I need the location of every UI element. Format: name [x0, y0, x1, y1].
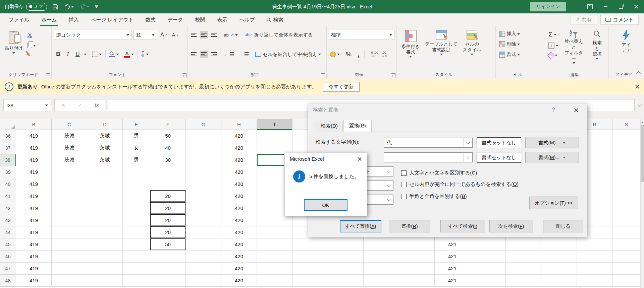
column-header-I[interactable]: I	[257, 119, 292, 130]
formula-bar-splitter[interactable]: ⋮	[49, 102, 50, 108]
cell-G44[interactable]	[186, 226, 221, 238]
cell-F42[interactable]: 20	[150, 202, 186, 214]
cell-K47[interactable]	[328, 263, 364, 275]
cell-G41[interactable]	[186, 190, 221, 202]
cell-I48[interactable]	[257, 275, 292, 287]
dialog-tab-0[interactable]: 検索(D)	[316, 121, 343, 131]
cell-I47[interactable]	[257, 263, 292, 275]
cell-C37[interactable]: 茨城	[52, 142, 87, 154]
align-right-button[interactable]	[210, 51, 218, 58]
insert-cells-button[interactable]: 挿入	[498, 30, 543, 38]
cell-Q46[interactable]	[541, 250, 577, 263]
cell-K46[interactable]	[328, 250, 364, 263]
save-button[interactable]	[52, 4, 59, 10]
insert-function-button[interactable]: fx	[95, 102, 99, 109]
options-button[interactable]: オプション(T) <<	[529, 197, 578, 209]
paste-button[interactable]: 貼り付け	[2, 29, 26, 70]
cell-S48[interactable]	[612, 275, 641, 287]
cell-N48[interactable]: 421	[435, 275, 470, 287]
cell-G48[interactable]	[186, 275, 221, 287]
message-dialog-close-button[interactable]	[358, 156, 362, 162]
number-dialog-launcher-icon[interactable]	[391, 73, 395, 77]
cut-button[interactable]	[26, 32, 37, 39]
ribbon-tab-7[interactable]: 表示	[211, 13, 233, 26]
cell-E42[interactable]	[123, 202, 150, 214]
cell-L46[interactable]	[364, 250, 399, 263]
cell-C44[interactable]	[52, 226, 87, 238]
cell-C43[interactable]	[52, 214, 87, 226]
cell-D48[interactable]	[87, 275, 123, 287]
replace-all-button[interactable]: すべて置換(A)	[340, 220, 381, 232]
row-header-39[interactable]: 39	[0, 166, 16, 178]
match-entire-cell-checkbox[interactable]: セル内容が完全に同一であるものを検索する(O)	[401, 181, 519, 188]
cell-C45[interactable]	[52, 238, 87, 250]
cell-J45[interactable]	[292, 238, 328, 250]
wrap-text-button[interactable]: ab↵ 折り返して全体を表示する	[243, 31, 314, 39]
percent-style-button[interactable]: %	[344, 50, 353, 59]
format-cells-button[interactable]: 書式	[498, 51, 543, 58]
cell-B36[interactable]: 419	[16, 130, 52, 142]
cell-O45[interactable]	[470, 238, 506, 250]
cell-H36[interactable]: 420	[221, 130, 257, 142]
align-left-button[interactable]	[190, 51, 198, 58]
cell-O48[interactable]	[470, 275, 506, 287]
cell-C47[interactable]	[52, 263, 87, 275]
merge-center-button[interactable]: ↔ セルを結合して中央揃え	[254, 51, 322, 58]
cell-G46[interactable]	[186, 250, 221, 263]
customize-quick-access-button[interactable]	[95, 5, 99, 8]
row-header-47[interactable]: 47	[0, 263, 16, 275]
cell-E37[interactable]: 女	[123, 142, 150, 154]
cell-S41[interactable]	[612, 190, 641, 202]
cell-H41[interactable]: 420	[221, 190, 257, 202]
cell-E46[interactable]	[123, 250, 150, 263]
find-all-button[interactable]: すべて検索(I)	[440, 220, 485, 232]
cell-H44[interactable]: 420	[221, 226, 257, 238]
replace-format-button[interactable]: 書式(M)...	[525, 152, 579, 163]
ribbon-tab-4[interactable]: 数式	[140, 13, 162, 26]
cell-E44[interactable]	[123, 226, 150, 238]
cell-R48[interactable]	[577, 275, 612, 287]
ribbon-tab-5[interactable]: データ	[162, 13, 189, 26]
cell-Q48[interactable]	[541, 275, 577, 287]
cell-E40[interactable]	[123, 178, 150, 190]
font-size-combo[interactable]: 11	[133, 30, 157, 40]
row-header-41[interactable]: 41	[0, 190, 16, 202]
dialog-help-button[interactable]: ?	[549, 107, 557, 113]
scroll-up-icon[interactable]	[641, 120, 644, 125]
cell-R47[interactable]	[577, 263, 612, 275]
column-header-E[interactable]: E	[123, 119, 150, 130]
cell-B38[interactable]: 419	[16, 154, 52, 166]
cell-S36[interactable]	[612, 130, 641, 142]
cell-G36[interactable]	[186, 130, 221, 142]
cell-H47[interactable]: 420	[221, 263, 257, 275]
cell-B40[interactable]: 419	[16, 178, 52, 190]
dialog-tab-1[interactable]: 置換(P)	[343, 120, 372, 132]
ideas-button[interactable]: アイ デア	[619, 29, 634, 69]
cell-C41[interactable]	[52, 190, 87, 202]
enter-entry-icon[interactable]: ✓	[78, 102, 82, 109]
cell-E38[interactable]: 男	[123, 154, 150, 166]
cell-E47[interactable]	[123, 263, 150, 275]
cell-D42[interactable]	[87, 202, 123, 214]
cell-F46[interactable]	[150, 250, 186, 263]
cell-M46[interactable]	[399, 250, 435, 263]
cell-B41[interactable]: 419	[16, 190, 52, 202]
cell-I45[interactable]	[257, 238, 292, 250]
column-header-D[interactable]: D	[87, 119, 123, 130]
cell-S44[interactable]	[612, 226, 641, 238]
cell-D44[interactable]	[87, 226, 123, 238]
cell-H45[interactable]: 420	[221, 238, 257, 250]
redo-dropdown-icon[interactable]	[87, 6, 89, 8]
format-as-table-button[interactable]: テーブルとして 書式設定	[422, 29, 460, 69]
cell-R45[interactable]	[577, 238, 612, 250]
cell-F47[interactable]	[150, 263, 186, 275]
column-header-F[interactable]: F	[150, 119, 186, 130]
ribbon-tab-8[interactable]: ヘルプ	[233, 13, 261, 26]
match-width-checkbox[interactable]: 半角と全角を区別する(B)	[401, 193, 467, 200]
cell-H43[interactable]: 420	[221, 214, 257, 226]
cell-D39[interactable]	[87, 166, 123, 178]
ok-button[interactable]: OK	[304, 199, 347, 211]
cell-P47[interactable]	[506, 263, 541, 275]
column-header-G[interactable]: G	[186, 119, 221, 130]
cancel-entry-icon[interactable]: ✕	[61, 102, 65, 109]
